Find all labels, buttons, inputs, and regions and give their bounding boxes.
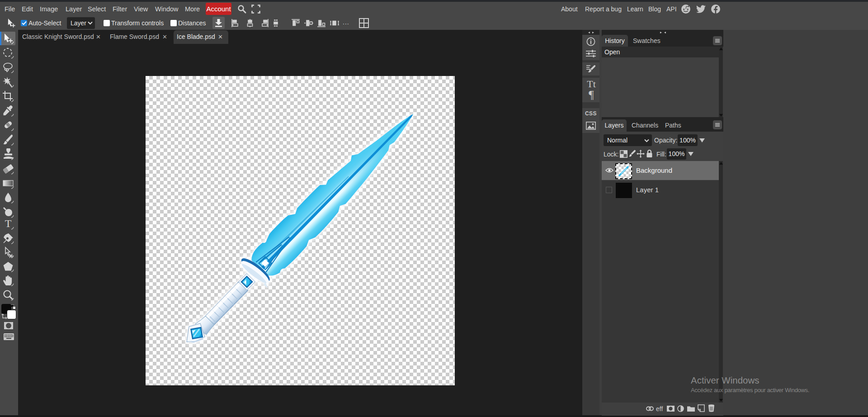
svg-text:T: T	[5, 218, 12, 229]
